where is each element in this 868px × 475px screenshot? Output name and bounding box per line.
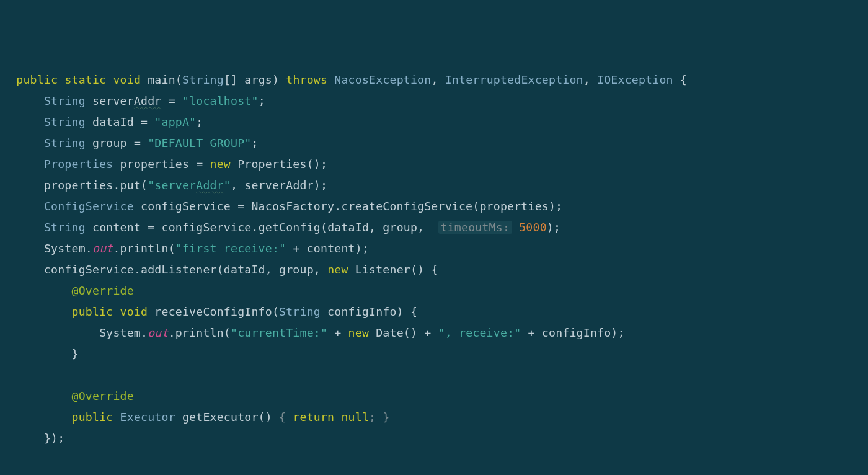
code-block: public static void main(String[] args) t…: [2, 73, 687, 475]
type-string5: String: [44, 221, 86, 234]
arg-dataId1: dataId: [327, 221, 369, 234]
ex-interrupted: InterruptedException: [445, 73, 583, 86]
keyword-static: static: [64, 73, 106, 86]
ctor-listener: Listener: [355, 263, 410, 276]
var-properties: properties: [120, 158, 190, 171]
method-println1: println: [120, 242, 169, 255]
type-configservice: ConfigService: [44, 200, 134, 213]
keyword-new1: new: [210, 158, 231, 171]
str-default-group: "DEFAULT_GROUP": [148, 136, 251, 149]
method-println2: println: [175, 326, 224, 339]
var-serverAddr: serverAddr: [92, 94, 162, 107]
field-out1: out: [92, 242, 113, 255]
type-executor: Executor: [120, 411, 175, 424]
ref-system2: System: [99, 326, 141, 339]
var-configService: configService: [141, 200, 231, 213]
str-appA: "appA": [154, 115, 196, 128]
arg-dataId2: dataId: [224, 263, 265, 276]
keyword-public: public: [16, 73, 58, 86]
ref-properties: properties: [44, 179, 113, 192]
type-string3: String: [44, 115, 86, 128]
num-5000: 5000: [519, 221, 547, 234]
method-put: put: [120, 179, 141, 192]
field-out2: out: [148, 326, 168, 339]
ref-nacosfactory: NacosFactory: [251, 200, 334, 213]
str-localhost: "localhost": [182, 94, 259, 107]
keyword-new2: new: [327, 263, 348, 276]
var-group: group: [92, 136, 127, 149]
method-main: main: [148, 73, 175, 86]
keyword-return: return: [293, 411, 334, 424]
ref-system1: System: [44, 242, 86, 255]
ref-configService2: configService: [44, 263, 134, 276]
method-receiveConfigInfo: receiveConfigInfo: [154, 305, 272, 318]
type-properties: Properties: [44, 158, 113, 171]
arg-properties: properties: [479, 200, 549, 213]
keyword-void: void: [113, 73, 141, 86]
ctor-properties: Properties: [237, 158, 307, 171]
method-getConfig: getConfig: [259, 221, 321, 234]
ref-configInfo: configInfo: [542, 326, 611, 339]
param-configInfo: configInfo: [327, 305, 397, 318]
str-serverAddr-key: "serverAddr": [148, 179, 231, 192]
var-dataId: dataId: [92, 115, 134, 128]
ctor-date: Date: [376, 326, 404, 339]
ref-configService1: configService: [162, 221, 252, 234]
ref-content: content: [307, 242, 355, 255]
keyword-public2: public: [72, 305, 113, 318]
str-first-receive: "first receive:": [175, 242, 286, 255]
ref-serverAddr: serverAddr: [244, 179, 314, 192]
keyword-null: null: [341, 411, 369, 424]
var-content: content: [92, 221, 141, 234]
keyword-throws: throws: [286, 73, 327, 86]
method-getExecutor: getExecutor: [182, 411, 259, 424]
inlay-hint-timeoutMs: timeoutMs:: [438, 221, 513, 234]
arg-group1: group: [383, 221, 417, 234]
type-string: String: [182, 73, 224, 86]
str-receive: ", receive:": [438, 326, 521, 339]
type-string2: String: [44, 94, 86, 107]
type-string4: String: [44, 136, 86, 149]
ex-nacos: NacosException: [334, 73, 431, 86]
arg-group2: group: [279, 263, 314, 276]
method-createConfigService: createConfigService: [341, 200, 472, 213]
keyword-void2: void: [120, 305, 148, 318]
param-args: args: [244, 73, 272, 86]
str-currentTime: "currentTime:": [231, 326, 327, 339]
keyword-new3: new: [348, 326, 369, 339]
method-addListener: addListener: [141, 263, 217, 276]
annotation-override1: @Override: [72, 284, 134, 297]
ex-io: IOException: [597, 73, 673, 86]
annotation-override2: @Override: [72, 389, 134, 402]
type-string6: String: [279, 305, 321, 318]
keyword-public3: public: [72, 411, 113, 424]
